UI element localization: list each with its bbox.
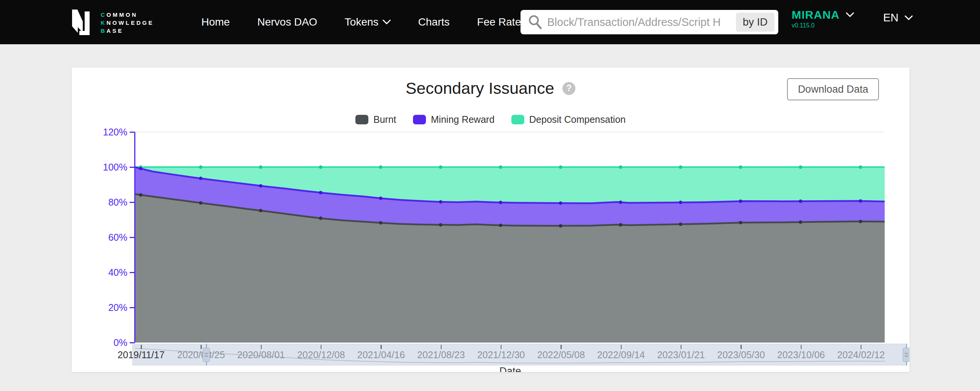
- x-tick-label: 2021/04/16: [357, 349, 405, 360]
- nav-item-tokens[interactable]: Tokens: [345, 16, 391, 28]
- nav-links: Home Nervos DAO Tokens Charts Fee Rate: [201, 0, 521, 44]
- x-tick-label: 2022/05/08: [537, 349, 585, 360]
- search-input[interactable]: [547, 16, 736, 29]
- x-tick-label: 2023/05/30: [717, 349, 765, 360]
- nav-item-charts[interactable]: Charts: [418, 16, 450, 28]
- x-tick-mark: [681, 345, 682, 349]
- nav-item-fee-rate[interactable]: Fee Rate: [477, 16, 521, 28]
- y-tick-label: 40%: [93, 267, 127, 278]
- language-label: EN: [883, 11, 898, 24]
- page-title: Secondary Issuance: [406, 79, 554, 98]
- y-tick-label: 120%: [93, 127, 127, 138]
- language-selector[interactable]: EN: [883, 11, 913, 24]
- x-axis-title: Date: [487, 365, 533, 372]
- legend-label: Mining Reward: [431, 114, 495, 125]
- x-tick-label: 2024/02/12: [837, 349, 885, 360]
- x-tick-label: 2021/08/23: [417, 349, 465, 360]
- legend-item-deposit-compensation[interactable]: Deposit Compensation: [511, 114, 626, 125]
- x-tick-mark: [141, 345, 142, 349]
- x-tick-mark: [201, 345, 202, 349]
- x-tick-label: 2020/08/01: [237, 349, 285, 360]
- network-name: MIRANA: [792, 8, 840, 21]
- legend-swatch: [355, 115, 368, 124]
- y-axis-line: [134, 132, 135, 343]
- search-icon: [527, 14, 543, 30]
- x-tick-mark: [621, 345, 622, 349]
- legend-item-mining-reward[interactable]: Mining Reward: [413, 114, 495, 125]
- y-tick-label: 0%: [93, 337, 127, 348]
- legend-label: Burnt: [373, 114, 396, 125]
- x-tick-label: 2020/12/08: [297, 349, 345, 360]
- y-tick-label: 20%: [93, 302, 127, 313]
- global-search-bar: by ID: [521, 10, 778, 34]
- search-by-id-button[interactable]: by ID: [736, 13, 774, 32]
- x-tick-mark: [381, 345, 382, 349]
- stacked-area-plot: [135, 132, 885, 343]
- x-tick-label: 2019/11/17: [117, 349, 164, 360]
- chevron-down-icon: [904, 15, 913, 21]
- ckb-explorer-logo[interactable]: COMMON KNOWLEDGE BASE: [72, 9, 154, 36]
- x-tick-mark: [861, 345, 862, 349]
- chart-title-row: Secondary Issuance ?: [72, 79, 909, 98]
- download-data-button[interactable]: Download Data: [787, 78, 879, 100]
- x-tick-label: 2023/10/06: [777, 349, 825, 360]
- top-nav-bar: COMMON KNOWLEDGE BASE Home Nervos DAO To…: [0, 0, 980, 44]
- help-icon[interactable]: ?: [562, 82, 575, 95]
- legend-swatch: [511, 115, 524, 124]
- datazoom-slider[interactable]: 2019/11/172020/03/252020/08/012020/12/08…: [132, 344, 906, 365]
- nav-item-home[interactable]: Home: [201, 16, 230, 28]
- logo-line-3: BASE: [101, 27, 154, 35]
- logo-line-2: KNOWLEDGE: [101, 19, 154, 27]
- x-tick-mark: [801, 345, 802, 349]
- nav-item-nervos-dao[interactable]: Nervos DAO: [257, 16, 317, 28]
- logo-line-1: COMMON: [101, 11, 154, 19]
- x-tick-mark: [561, 345, 562, 349]
- x-tick-label: 2023/01/21: [657, 349, 705, 360]
- datazoom-left-handle[interactable]: [206, 344, 207, 365]
- x-tick-mark: [501, 345, 502, 349]
- x-tick-mark: [441, 345, 442, 349]
- x-tick-label: 2020/03/25: [177, 349, 225, 360]
- y-tick-label: 80%: [93, 197, 127, 208]
- logo-wordmark: COMMON KNOWLEDGE BASE: [101, 11, 154, 35]
- x-tick-label: 2021/12/30: [477, 349, 525, 360]
- chevron-down-icon: [846, 12, 854, 18]
- right-handle-grip[interactable]: [903, 348, 909, 362]
- y-tick-label: 60%: [93, 232, 127, 243]
- x-tick-mark: [261, 345, 262, 349]
- left-handle-grip[interactable]: [203, 348, 210, 362]
- chevron-down-icon: [382, 19, 391, 25]
- x-tick-mark: [741, 345, 742, 349]
- chart-legend: BurntMining RewardDeposit Compensation: [72, 114, 909, 125]
- legend-item-burnt[interactable]: Burnt: [355, 114, 396, 125]
- legend-swatch: [413, 115, 426, 124]
- network-selector[interactable]: MIRANA v0.115.0: [792, 8, 854, 29]
- y-tick-label: 100%: [93, 162, 127, 173]
- datazoom-right-handle[interactable]: [906, 344, 907, 365]
- nervos-n-logo-icon: [72, 9, 95, 36]
- network-version: v0.115.0: [792, 22, 854, 29]
- legend-label: Deposit Compensation: [529, 114, 626, 125]
- x-tick-mark: [321, 345, 322, 349]
- chart-card: Secondary Issuance ? Download Data Burnt…: [72, 68, 909, 372]
- x-tick-label: 2022/09/14: [597, 349, 645, 360]
